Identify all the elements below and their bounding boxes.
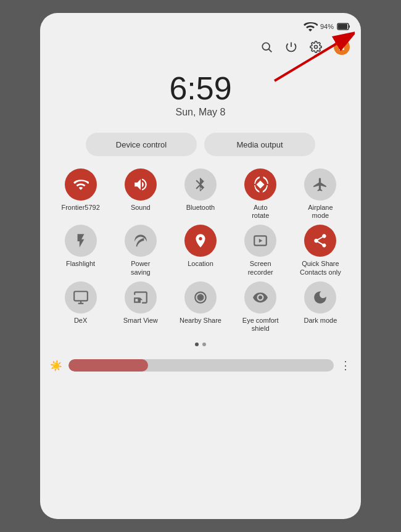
svg-point-7 [315,46,318,49]
qs-tile-eye-comfort[interactable]: Eye comfort shield [233,281,289,333]
power-saving-icon [125,225,157,257]
dex-label: DeX [74,317,87,325]
brightness-track[interactable] [68,359,334,372]
svg-point-5 [262,43,270,50]
top-actions: N [40,36,361,60]
media-output-button[interactable]: Media output [204,133,315,156]
qs-tile-airplane[interactable]: Airplane mode [292,168,349,220]
flashlight-icon [65,225,97,257]
battery-percent: 94% [320,23,334,30]
eye-comfort-label: Eye comfort shield [242,317,279,333]
smart-view-icon [125,281,157,314]
qs-tile-flashlight[interactable]: Flashlight [52,225,109,276]
qs-tile-screen-recorder[interactable]: Screen recorder [233,225,289,276]
flashlight-label: Flashlight [66,260,95,268]
nearby-share-icon [184,281,217,314]
brightness-fill [68,359,148,372]
location-label: Location [188,260,213,268]
qs-tile-auto-rotate[interactable]: Auto rotate [233,168,289,220]
sound-icon [125,168,157,201]
qs-tile-wifi[interactable]: Frontier5792 [52,168,109,220]
clock-time: 6:59 [169,72,231,104]
auto-rotate-label: Auto rotate [252,204,269,220]
clock-area: 6:59 Sun, May 8 [40,60,361,133]
qs-tile-dark-mode[interactable]: Dark mode [292,281,349,333]
quick-buttons: Device control Media output [40,133,361,168]
eye-comfort-icon [244,281,276,314]
svg-point-13 [199,296,203,300]
qs-tile-power-saving[interactable]: Power saving [112,225,168,276]
airplane-icon [304,168,336,201]
status-bar: 94% [40,13,361,36]
qs-tile-sound[interactable]: Sound [112,168,168,220]
dark-mode-icon [304,281,336,314]
brightness-icon: ☀️ [50,360,62,372]
qs-tile-nearby-share[interactable]: Nearby Share [172,281,228,333]
wifi-icon [65,168,97,201]
smart-view-label: Smart View [123,317,158,325]
brightness-menu-icon[interactable]: ⋮ [340,359,351,372]
screen-recorder-icon [244,225,276,257]
auto-rotate-icon [244,168,276,201]
power-icon[interactable] [284,40,298,54]
quick-share-label: Quick Share Contacts only [300,260,341,276]
brightness-row: ☀️ ⋮ [40,354,361,380]
bluetooth-label: Bluetooth [186,204,215,212]
page-dots [40,333,361,354]
svg-rect-2 [338,24,347,29]
quick-settings-grid: Frontier5792SoundBluetoothAuto rotateAir… [40,168,361,333]
dark-mode-label: Dark mode [304,317,337,325]
user-avatar[interactable]: N [334,39,350,55]
qs-tile-smart-view[interactable]: Smart View [112,281,168,333]
qs-tile-dex[interactable]: DeX [52,281,109,333]
dot-1 [195,343,199,346]
battery-icon [336,19,351,34]
qs-tile-quick-share[interactable]: Quick Share Contacts only [292,225,349,276]
search-icon[interactable] [260,40,273,54]
quick-share-icon [304,225,336,257]
dot-2 [202,343,206,346]
screen-recorder-label: Screen recorder [248,260,273,276]
device-control-button[interactable]: Device control [86,133,197,156]
airplane-label: Airplane mode [308,204,333,220]
status-icons: 94% [303,19,351,34]
location-icon [184,225,217,257]
clock-date: Sun, May 8 [176,107,226,118]
qs-tile-location[interactable]: Location [172,225,228,276]
settings-icon[interactable] [309,40,323,54]
svg-line-6 [269,49,272,52]
wifi-label: Frontier5792 [61,204,99,212]
dex-icon [65,281,97,314]
device-panel: 94% [40,13,361,519]
power-saving-label: Power saving [131,260,151,276]
qs-tile-bluetooth[interactable]: Bluetooth [172,168,228,220]
sound-label: Sound [131,204,151,212]
svg-rect-1 [349,25,350,28]
svg-marker-9 [259,239,262,243]
wifi-icon [303,19,318,34]
bluetooth-icon [184,168,217,201]
svg-rect-10 [74,291,88,301]
nearby-share-label: Nearby Share [180,317,221,325]
